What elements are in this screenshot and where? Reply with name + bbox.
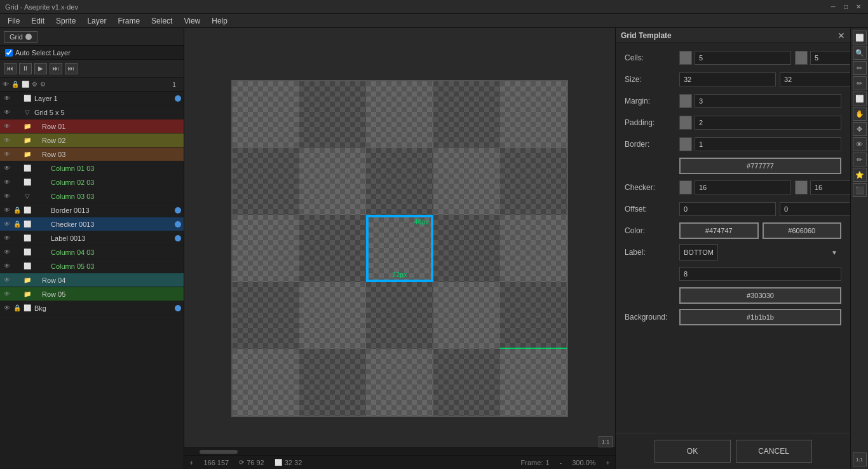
layer-item-col0203[interactable]: 👁 ⬜ Column 02 03 xyxy=(0,175,184,189)
layer-item-row02[interactable]: 👁 📁 Row 02 xyxy=(0,133,184,147)
cell-r2c4 xyxy=(433,148,500,215)
size-w-input[interactable] xyxy=(679,72,776,86)
label-size-input[interactable] xyxy=(679,267,841,281)
padding-input[interactable] xyxy=(695,116,841,130)
color1-button[interactable]: #474747 xyxy=(679,222,759,239)
offset-y-input[interactable] xyxy=(780,202,850,216)
close-button[interactable]: ✕ xyxy=(854,3,863,11)
label-color-button[interactable]: #303030 xyxy=(679,287,841,304)
rt-eraser-btn[interactable]: ✏ xyxy=(853,61,867,75)
rt-hand-btn[interactable]: ✋ xyxy=(853,107,867,121)
offset-x-input[interactable] xyxy=(679,202,776,216)
menu-layer[interactable]: Layer xyxy=(82,15,111,27)
vis-icon-col0403[interactable]: 👁 xyxy=(3,248,11,257)
layer-item-col0103[interactable]: 👁 ⬜ Column 01 03 xyxy=(0,161,184,175)
layer-item-col0503[interactable]: 👁 ⬜ Column 05 03 xyxy=(0,259,184,273)
layer-item-border0013[interactable]: 👁 🔒 ⬜ Border 0013 xyxy=(0,203,184,217)
rt-fill-btn[interactable]: ⬜ xyxy=(853,92,867,105)
minimize-button[interactable]: ─ xyxy=(829,3,837,11)
rt-move-btn[interactable]: ✥ xyxy=(853,122,867,136)
ok-button[interactable]: OK xyxy=(654,440,731,463)
rt-zoom-btn[interactable]: 🔍 xyxy=(853,46,867,60)
menu-frame[interactable]: Frame xyxy=(112,15,145,27)
layer-item-row05[interactable]: 👁 📁 Row 05 xyxy=(0,287,184,301)
layer-item-layer1[interactable]: 👁 ⬜ Layer 1 xyxy=(0,92,184,105)
vis-icon-col0203[interactable]: 👁 xyxy=(3,178,11,187)
lock-icon-row05 xyxy=(13,290,22,299)
rt-select-btn[interactable]: ⬜ xyxy=(853,31,867,44)
vis-icon-checker0013[interactable]: 👁 xyxy=(3,220,11,229)
checker-x-input[interactable] xyxy=(695,180,791,194)
menu-view[interactable]: View xyxy=(179,15,205,27)
rt-pencil-btn[interactable]: ✏ xyxy=(853,76,867,90)
play-button[interactable]: ▶ xyxy=(34,63,47,74)
minimap-button[interactable]: 1:1 xyxy=(599,436,613,447)
cell-r4c2 xyxy=(299,282,366,349)
layer-item-col0303[interactable]: 👁 ▽ Column 03 03 xyxy=(0,189,184,203)
label-position-select[interactable]: BOTTOM TOP LEFT RIGHT xyxy=(679,244,718,261)
vis-icon-row05[interactable]: 👁 xyxy=(3,290,11,299)
checker-y-input[interactable] xyxy=(810,180,850,194)
menu-help[interactable]: Help xyxy=(207,15,233,27)
hscrollbar[interactable] xyxy=(184,447,615,455)
last-frame-button[interactable]: ⏭ xyxy=(65,63,78,74)
menu-select[interactable]: Select xyxy=(146,15,177,27)
border-color-button[interactable]: #777777 xyxy=(679,158,841,174)
rt-star-btn[interactable]: ⭐ xyxy=(853,168,867,182)
layer-item-grid55[interactable]: 👁 ▽ Grid 5 x 5 xyxy=(0,105,184,119)
vis-icon-row03[interactable]: 👁 xyxy=(3,150,11,159)
rt-pencil2-btn[interactable]: ✏ xyxy=(853,153,867,167)
maximize-button[interactable]: □ xyxy=(841,3,850,11)
menu-file[interactable]: File xyxy=(3,15,25,27)
layer-item-row01[interactable]: 👁 📁 Row 01 xyxy=(0,119,184,133)
cells-y-input[interactable] xyxy=(810,51,850,65)
layer-dot-bkg xyxy=(175,305,181,311)
margin-input[interactable] xyxy=(695,94,841,108)
layer-item-label0013[interactable]: 👁 ⬜ Label 0013 xyxy=(0,231,184,245)
rt-oneone-btn[interactable]: 1:1 xyxy=(853,452,867,466)
next-frame-button[interactable]: ⏭ xyxy=(50,63,62,74)
lock-icon-col0103 xyxy=(13,164,22,173)
vis-icon-layer1[interactable]: 👁 xyxy=(3,94,11,103)
layer-item-col0403[interactable]: 👁 ⬜ Column 04 03 xyxy=(0,245,184,259)
auto-select-checkbox[interactable] xyxy=(5,49,13,57)
menu-sprite[interactable]: Sprite xyxy=(51,15,81,27)
vis-icon-col0503[interactable]: 👁 xyxy=(3,262,11,271)
layer-header-icons: 👁 🔒 ⬜ ⚙ ⚙ xyxy=(3,81,46,88)
label-size-row xyxy=(625,266,841,282)
canvas-scroll[interactable]: 40px 32px xyxy=(184,28,615,469)
statusbar-zoom-minus[interactable]: - xyxy=(560,459,562,466)
type-icon-row05: 📁 xyxy=(23,290,32,299)
background-color-button[interactable]: #1b1b1b xyxy=(679,309,841,325)
vis-icon-grid55[interactable]: 👁 xyxy=(3,108,11,117)
vis-icon-row01[interactable]: 👁 xyxy=(3,122,11,131)
first-frame-button[interactable]: ⏮ xyxy=(4,63,17,74)
vis-icon-border0013[interactable]: 👁 xyxy=(3,206,11,215)
vis-icon-row04[interactable]: 👁 xyxy=(3,276,11,285)
layer-item-bkg[interactable]: 👁 🔒 ⬜ Bkg xyxy=(0,301,184,315)
rt-eye-btn[interactable]: 👁 xyxy=(853,137,867,151)
layer-dot-label0013 xyxy=(175,235,181,241)
cells-x-input[interactable] xyxy=(695,51,791,65)
border-input[interactable] xyxy=(695,137,841,151)
cancel-button[interactable]: CANCEL xyxy=(736,440,812,463)
color2-button[interactable]: #606060 xyxy=(763,222,842,239)
vis-icon-bkg[interactable]: 👁 xyxy=(3,304,11,313)
statusbar-add[interactable]: + xyxy=(189,459,193,466)
dialog-close-button[interactable]: ✕ xyxy=(837,31,845,41)
layer-item-row04[interactable]: 👁 📁 Row 04 xyxy=(0,273,184,287)
rt-grid-btn[interactable]: ⬛ xyxy=(853,183,867,197)
meas-32px: 32px xyxy=(392,271,407,278)
vis-icon-col0103[interactable]: 👁 xyxy=(3,164,11,173)
menu-edit[interactable]: Edit xyxy=(26,15,50,27)
vis-icon-row02[interactable]: 👁 xyxy=(3,136,11,145)
statusbar-zoom-plus[interactable]: + xyxy=(606,459,610,466)
vis-icon-col0303[interactable]: 👁 xyxy=(3,192,11,201)
vis-icon-label0013[interactable]: 👁 xyxy=(3,234,11,243)
border-color-row: #777777 xyxy=(625,158,841,174)
size-h-input[interactable] xyxy=(780,72,850,86)
layer-item-checker0013[interactable]: 👁 🔒 ⬜ Checker 0013 xyxy=(0,217,184,231)
prev-frame-button[interactable]: ⏸ xyxy=(19,63,32,74)
layer-item-row03[interactable]: 👁 📁 Row 03 xyxy=(0,147,184,161)
hscrollbar-thumb[interactable] xyxy=(200,450,238,454)
